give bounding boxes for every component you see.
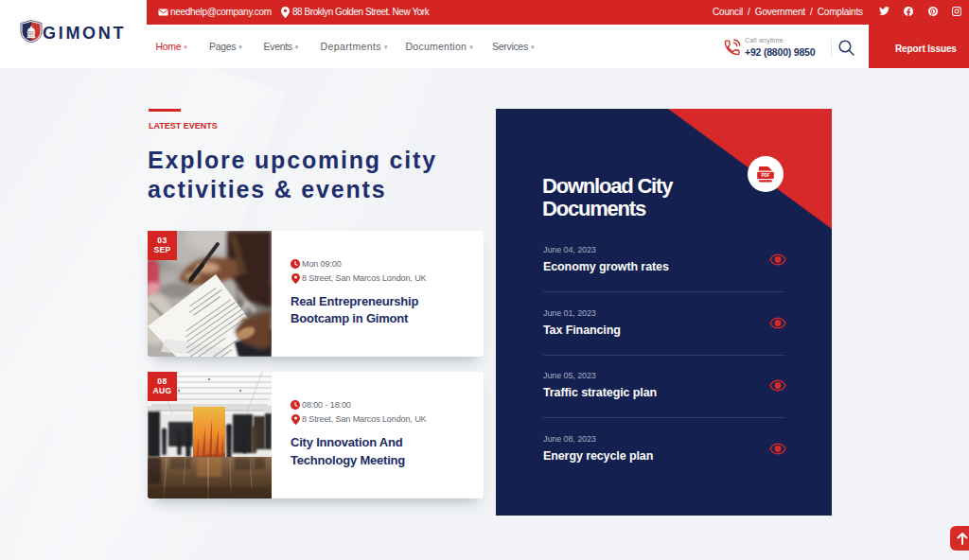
svg-text:PDF: PDF	[761, 173, 769, 178]
